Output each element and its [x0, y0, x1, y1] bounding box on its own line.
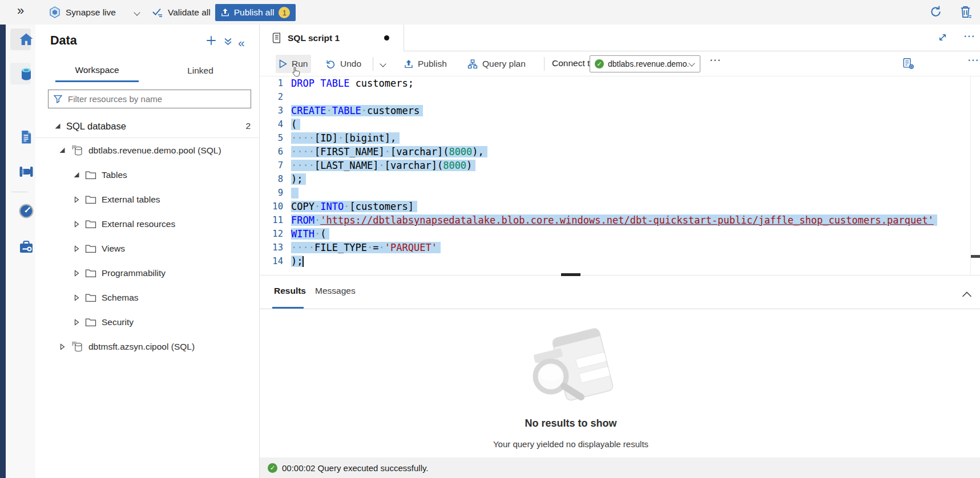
tree-item-views[interactable]: Views	[35, 236, 260, 261]
code-line[interactable]: 10COPY·INTO·[customers]	[260, 200, 980, 213]
validate-all-button[interactable]: Validate all	[152, 0, 211, 25]
splitter-drag-handle[interactable]	[561, 273, 580, 276]
folder-icon	[85, 293, 96, 302]
folder-icon	[85, 170, 96, 180]
tab-results[interactable]: Results	[274, 286, 306, 296]
connect-to-pool-dropdown[interactable]: ✓ dbtlabs.revenue.demo.pool	[590, 55, 700, 72]
code-line[interactable]: 4(	[260, 118, 980, 131]
code-line[interactable]: 9	[260, 186, 980, 200]
code-line[interactable]: 2	[260, 90, 980, 104]
tree-item-programmability[interactable]: Programmability	[35, 261, 260, 285]
sidebar-item-integrate[interactable]	[18, 164, 34, 180]
chevron-collapsed-icon[interactable]	[73, 270, 80, 277]
collapse-results-icon[interactable]	[962, 291, 972, 298]
sidebar-item-develop[interactable]	[18, 129, 34, 145]
tree-item-label: Programmability	[102, 268, 166, 278]
gauge-icon	[18, 203, 34, 219]
upload-icon	[221, 8, 229, 17]
query-plan-button[interactable]: Query plan	[464, 55, 529, 73]
editor-tab-bar: SQL script 1 ⋯	[260, 25, 980, 51]
toolbar-more-options-icon[interactable]: ⋯	[709, 53, 721, 67]
tab-more-options-icon[interactable]: ⋯	[963, 29, 975, 43]
play-icon	[279, 59, 287, 68]
expand-editor-icon[interactable]	[938, 33, 947, 42]
results-splitter[interactable]	[260, 275, 980, 276]
code-line[interactable]: 7····[LAST_NAME]·[varchar](8000)	[260, 159, 980, 172]
sql-editor-pane: SQL script 1 ⋯ Run Undo	[260, 25, 980, 478]
selection-highlight: ····[LAST_NAME]·[varchar](8000)	[291, 160, 475, 171]
run-options-chevron[interactable]	[377, 55, 389, 73]
code-line-content: );	[291, 172, 306, 186]
publish-all-button[interactable]: Publish all 1	[215, 4, 296, 21]
no-results-subtitle: Your query yielded no displayable result…	[400, 439, 742, 449]
sidebar-item-monitor[interactable]	[18, 203, 34, 219]
filter-funnel-icon	[54, 95, 62, 103]
synapse-logo-icon	[49, 6, 61, 19]
editor-scrollbar-thumb[interactable]	[971, 255, 980, 258]
chevron-expanded-icon[interactable]	[73, 172, 80, 177]
selection-highlight: WITH·(	[291, 228, 329, 240]
toolbar-divider	[544, 57, 545, 71]
tree-item-dbtlabs-revenue-demo-pool-sql-[interactable]: dbtlabs.revenue.demo.pool (SQL)	[35, 138, 260, 163]
sidebar-item-home[interactable]	[18, 31, 34, 47]
chevron-collapsed-icon[interactable]	[73, 294, 80, 301]
refresh-button[interactable]	[929, 5, 942, 18]
line-number: 8	[260, 172, 283, 186]
tree-item-schemas[interactable]: Schemas	[35, 285, 260, 310]
code-line[interactable]: 14);	[260, 254, 980, 268]
folder-icon	[85, 219, 96, 229]
code-line[interactable]: 13····FILE_TYPE·=·'PARQUET'	[260, 241, 980, 254]
sidebar-item-manage[interactable]	[18, 239, 34, 255]
chevron-expanded-icon[interactable]	[59, 148, 66, 153]
editor-more-options-icon[interactable]: ⋯	[967, 53, 979, 67]
results-body: No results to show Your query yielded no…	[260, 309, 980, 457]
expand-menu-icon[interactable]: »	[17, 3, 24, 18]
filter-input[interactable]	[67, 94, 245, 104]
add-resource-button[interactable]	[205, 34, 217, 47]
code-line[interactable]: 3CREATE·TABLE·customers	[260, 104, 980, 118]
publish-all-label: Publish all	[234, 7, 275, 18]
tree-item-external-tables[interactable]: External tables	[35, 187, 260, 212]
tree-item-external-resources[interactable]: External resources	[35, 212, 260, 236]
code-line[interactable]: 5····[ID]·[bigint],	[260, 131, 980, 145]
filter-box	[48, 90, 251, 108]
collapse-panel-icon[interactable]: «	[238, 36, 245, 50]
text-cursor	[303, 256, 304, 267]
chevron-expanded-icon[interactable]	[54, 124, 61, 129]
workspace-mode-dropdown[interactable]: Synapse live	[49, 0, 139, 25]
chevron-collapsed-icon[interactable]	[59, 343, 66, 350]
selection-highlight	[291, 188, 299, 199]
panel-title: Data	[50, 34, 77, 48]
sidebar-item-data[interactable]	[18, 66, 34, 82]
tab-messages[interactable]: Messages	[315, 286, 356, 296]
chevron-collapsed-icon[interactable]	[73, 319, 80, 326]
top-command-bar: » Synapse live Validate all Publish all …	[0, 0, 980, 25]
tab-linked[interactable]: Linked	[159, 59, 242, 82]
tree-item-dbtmsft-azsyn-cipool-sql-[interactable]: dbtmsft.azsyn.cipool (SQL)	[35, 334, 260, 359]
double-chevron-down-icon[interactable]	[224, 37, 232, 46]
selection-highlight: CREATE·TABLE·customers	[291, 105, 423, 116]
trash-button[interactable]	[959, 5, 971, 18]
script-properties-icon[interactable]	[902, 58, 914, 70]
code-line-content: WITH·(	[291, 227, 329, 241]
code-line[interactable]: 6····[FIRST_NAME]·[varchar](8000),	[260, 145, 980, 159]
line-number: 2	[260, 90, 283, 104]
chevron-collapsed-icon[interactable]	[73, 196, 80, 203]
publish-count-badge: 1	[279, 7, 290, 18]
chevron-collapsed-icon[interactable]	[73, 221, 80, 228]
undo-button[interactable]: Undo	[322, 55, 365, 73]
tab-workspace[interactable]: Workspace	[55, 59, 139, 82]
code-line[interactable]: 8);	[260, 172, 980, 186]
code-line[interactable]: 11FROM·'https://dbtlabsynapsedatalake.bl…	[260, 213, 980, 227]
tab-sql-script-1[interactable]: SQL script 1	[260, 25, 404, 51]
tree-item-sql-database[interactable]: SQL database2	[35, 115, 260, 137]
code-line[interactable]: 1DROP TABLE customers;	[260, 76, 980, 90]
toolbox-icon	[18, 239, 34, 255]
code-line[interactable]: 12WITH·(	[260, 227, 980, 241]
chevron-collapsed-icon[interactable]	[73, 245, 80, 252]
success-check-icon: ✓	[268, 463, 277, 473]
tree-item-tables[interactable]: Tables	[35, 163, 260, 187]
publish-button[interactable]: Publish	[401, 55, 450, 73]
tree-item-security[interactable]: Security	[35, 310, 260, 334]
code-editor[interactable]: 1DROP TABLE customers;23CREATE·TABLE·cus…	[260, 76, 980, 275]
